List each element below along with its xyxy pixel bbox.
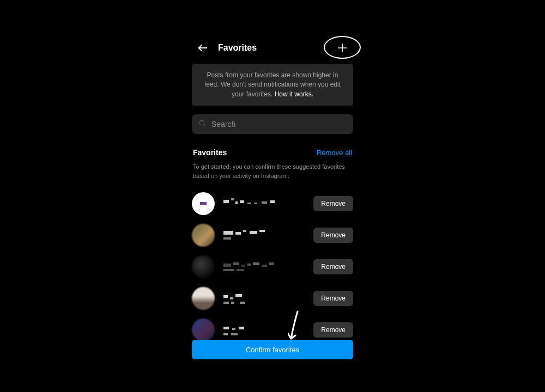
info-text: Posts from your favorites are shown high… xyxy=(204,71,341,98)
remove-all-button[interactable]: Remove all xyxy=(317,149,352,157)
section-title: Favorites xyxy=(193,148,227,157)
avatar[interactable] xyxy=(192,224,215,247)
section-header: Favorites Remove all xyxy=(192,148,353,157)
username-redacted xyxy=(223,198,313,209)
search-bar[interactable] xyxy=(192,114,353,134)
list-item: Remove xyxy=(192,283,353,314)
favorites-screen: Favorites Posts from your favorites are … xyxy=(192,35,353,346)
remove-button[interactable]: Remove xyxy=(313,228,353,243)
list-item: Remove xyxy=(192,188,353,219)
remove-button[interactable]: Remove xyxy=(313,291,353,306)
remove-button[interactable]: Remove xyxy=(313,322,353,338)
avatar[interactable] xyxy=(192,287,215,310)
username-redacted xyxy=(223,261,313,272)
list-item: Remove xyxy=(192,219,353,251)
username-redacted xyxy=(223,293,313,304)
search-icon xyxy=(198,119,206,129)
remove-button[interactable]: Remove xyxy=(313,259,353,274)
svg-line-4 xyxy=(204,125,205,126)
svg-point-3 xyxy=(199,121,204,125)
how-it-works-link[interactable]: How it works. xyxy=(275,90,313,98)
username-redacted xyxy=(223,324,313,335)
section-description: To get started, you can confirm these su… xyxy=(192,162,353,180)
confirm-bar: Confirm favorites xyxy=(192,340,353,359)
list-item: Remove xyxy=(192,251,353,283)
add-icon[interactable] xyxy=(334,39,351,57)
favorites-list: Remove Remove xyxy=(192,188,353,346)
avatar[interactable] xyxy=(192,255,215,278)
remove-button[interactable]: Remove xyxy=(313,196,353,211)
info-banner: Posts from your favorites are shown high… xyxy=(192,64,353,106)
avatar[interactable] xyxy=(192,192,215,215)
username-redacted xyxy=(223,230,313,241)
header: Favorites xyxy=(192,35,353,61)
avatar[interactable] xyxy=(192,318,215,341)
page-title: Favorites xyxy=(218,43,257,53)
search-input[interactable] xyxy=(211,120,347,128)
confirm-favorites-button[interactable]: Confirm favorites xyxy=(192,340,353,359)
back-icon[interactable] xyxy=(194,39,211,57)
